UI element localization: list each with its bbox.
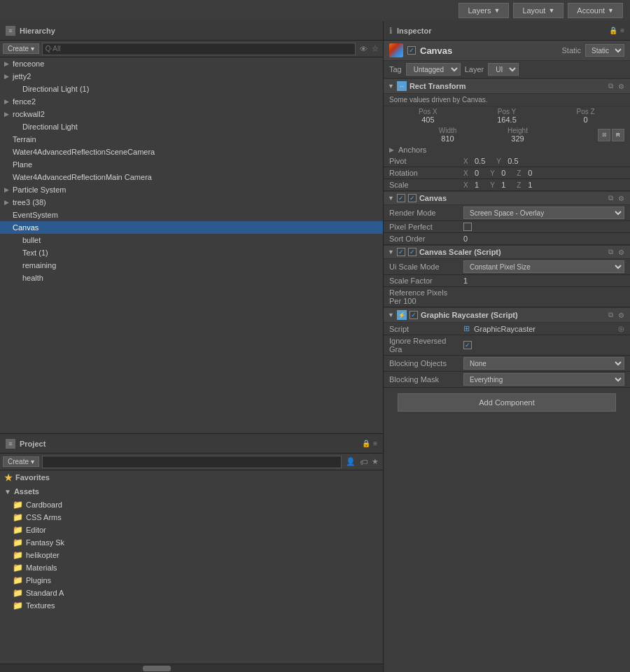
layers-label: Layers — [468, 6, 491, 15]
layers-button[interactable]: Layers ▼ — [458, 3, 509, 18]
project-scroll-thumb[interactable] — [143, 666, 171, 671]
main-layout: ≡ Hierarchy Create ▾ 👁 ☆ ▶ fenceone▶ jet… — [0, 21, 630, 672]
rect-transform-gear-icon[interactable]: ⚙ — [617, 82, 626, 90]
blocking-objects-dropdown[interactable]: None — [463, 357, 624, 370]
canvas-scaler-gear-icon[interactable]: ⚙ — [617, 248, 626, 256]
project-list[interactable]: ★ Favorites ▼ Assets 📁 Cardboard 📁 CSS A… — [0, 470, 383, 664]
script-target-icon[interactable]: ◎ — [618, 325, 624, 332]
graphic-raycaster-checkbox[interactable] — [410, 311, 418, 319]
blocking-mask-dropdown[interactable]: Everything — [463, 373, 624, 386]
project-folder-item[interactable]: 📁 Plugins — [0, 574, 383, 587]
r-button[interactable]: R — [612, 129, 624, 141]
hierarchy-list-item[interactable]: Text (1) — [0, 246, 383, 259]
hierarchy-list-item[interactable]: Plane — [0, 158, 383, 171]
ignore-reversed-label: Ignore Reversed Gra — [389, 337, 459, 354]
project-lock-icon[interactable]: 🔒 — [362, 440, 370, 447]
project-folder-item[interactable]: 📁 Materials — [0, 561, 383, 574]
project-menu-icon[interactable]: ≡ — [373, 440, 377, 447]
top-bar: Layers ▼ Layout ▼ Account ▼ — [0, 0, 630, 21]
inspector-lock-icon[interactable]: 🔒 — [609, 27, 617, 34]
hierarchy-list-item[interactable]: Terrain — [0, 133, 383, 146]
hierarchy-list-item[interactable]: bullet — [0, 234, 383, 246]
blocking-mask-row: Blocking Mask Everything — [384, 372, 630, 388]
object-icon — [389, 43, 403, 57]
graphic-raycaster-copy-icon[interactable]: ⧉ — [607, 311, 615, 319]
pivot-y-value: 0.5 — [507, 157, 518, 165]
canvas-section-header[interactable]: ▼ Canvas ⧉ ⚙ — [384, 191, 630, 205]
resize-icon[interactable]: ⊠ — [598, 129, 610, 141]
hierarchy-list-item[interactable]: ▶ tree3 (38) — [0, 196, 383, 209]
canvas-scaler-checkbox2[interactable] — [408, 248, 416, 256]
hierarchy-list-item[interactable]: remaining — [0, 259, 383, 272]
canvas-scaler-copy-icon[interactable]: ⧉ — [607, 248, 615, 256]
account-button[interactable]: Account ▼ — [568, 3, 623, 18]
hierarchy-list-item[interactable]: health — [0, 272, 383, 284]
static-dropdown[interactable]: Static — [585, 44, 624, 57]
canvas-checkbox2[interactable] — [408, 194, 416, 202]
blocking-objects-row: Blocking Objects None — [384, 356, 630, 372]
anchors-row[interactable]: ▶ Anchors — [384, 144, 630, 155]
hierarchy-list-item[interactable]: ▶ Particle System — [0, 183, 383, 196]
project-folder-item[interactable]: 📁 helikopter — [0, 549, 383, 561]
rect-transform-arrow-icon: ▼ — [388, 83, 394, 90]
graphic-raycaster-section-header[interactable]: ▼ ⚡ Graphic Raycaster (Script) ⧉ ⚙ — [384, 307, 630, 323]
hierarchy-list-item[interactable]: EventSystem — [0, 209, 383, 221]
project-search-input[interactable] — [42, 456, 342, 468]
ui-scale-mode-dropdown[interactable]: Constant Pixel Size — [463, 260, 624, 273]
hierarchy-icon: ≡ — [6, 26, 15, 36]
canvas-enabled-checkbox[interactable] — [397, 194, 405, 202]
hierarchy-eye-icon[interactable]: 👁 — [358, 44, 369, 53]
rect-transform-buttons: ⧉ ⚙ — [607, 82, 626, 90]
project-folder-item[interactable]: 📁 CSS Arms — [0, 511, 383, 524]
hierarchy-star-icon[interactable]: ☆ — [370, 44, 380, 53]
pivot-label: Pivot — [389, 157, 459, 165]
tag-label: Tag — [389, 65, 402, 74]
canvas-scaler-section-header[interactable]: ▼ Canvas Scaler (Script) ⧉ ⚙ — [384, 245, 630, 259]
ignore-reversed-checkbox[interactable] — [463, 341, 472, 349]
project-folder-item[interactable]: 📁 Cardboard — [0, 498, 383, 511]
project-tag-icon[interactable]: 🏷 — [358, 457, 369, 466]
hierarchy-list-item[interactable]: Water4AdvancedReflectionSceneCamera — [0, 146, 383, 158]
pos-xyz-row: Pos X 405 Pos Y 164.5 Pos Z 0 — [384, 106, 630, 125]
hierarchy-list-item[interactable]: Directional Light — [0, 120, 383, 133]
hierarchy-create-button[interactable]: Create ▾ — [3, 43, 39, 54]
pixel-perfect-label: Pixel Perfect — [389, 223, 459, 231]
hierarchy-list-item[interactable]: ▶ jetty2 — [0, 70, 383, 83]
hierarchy-list-item[interactable]: Directional Light (1) — [0, 83, 383, 95]
project-folder-item[interactable]: 📁 Editor — [0, 524, 383, 536]
project-star-fav-icon[interactable]: ★ — [370, 457, 380, 466]
hierarchy-title: Hierarchy — [20, 27, 55, 35]
hierarchy-list-item[interactable]: ▶ rockwall2 — [0, 108, 383, 120]
assets-section[interactable]: ▼ Assets — [0, 484, 383, 498]
tag-dropdown[interactable]: Untagged — [406, 63, 461, 76]
add-component-button[interactable]: Add Component — [398, 393, 616, 412]
project-create-button[interactable]: Create ▾ — [3, 456, 39, 467]
pixel-perfect-checkbox[interactable] — [463, 223, 472, 231]
layout-button[interactable]: Layout ▼ — [513, 3, 564, 18]
project-folder-item[interactable]: 📁 Textures — [0, 599, 383, 612]
layer-dropdown[interactable]: UI — [488, 63, 519, 76]
assets-label: Assets — [14, 487, 39, 496]
graphic-raycaster-gear-icon[interactable]: ⚙ — [617, 311, 626, 319]
project-scrollbar[interactable] — [0, 664, 383, 672]
object-enabled-checkbox[interactable] — [407, 46, 416, 55]
canvas-scaler-enabled-checkbox[interactable] — [397, 248, 405, 256]
hierarchy-list-item[interactable]: ▶ fence2 — [0, 95, 383, 108]
hierarchy-item-label: tree3 (38) — [13, 198, 46, 206]
favorites-section[interactable]: ★ Favorites — [0, 470, 383, 484]
project-person-icon[interactable]: 👤 — [344, 457, 357, 466]
hierarchy-list-item[interactable]: Canvas — [0, 221, 383, 234]
hierarchy-list[interactable]: ▶ fenceone▶ jetty2 Directional Light (1)… — [0, 57, 383, 433]
render-mode-dropdown[interactable]: Screen Space - Overlay — [463, 206, 624, 219]
inspector-menu-icon[interactable]: ≡ — [620, 27, 624, 34]
rect-transform-copy-icon[interactable]: ⧉ — [607, 82, 615, 90]
project-folder-item[interactable]: 📁 Fantasy Sk — [0, 536, 383, 549]
inspector-info-icon: ℹ — [389, 26, 393, 36]
project-folder-item[interactable]: 📁 Standard A — [0, 587, 383, 599]
canvas-gear-icon[interactable]: ⚙ — [617, 194, 626, 202]
hierarchy-list-item[interactable]: ▶ fenceone — [0, 57, 383, 70]
canvas-copy-icon[interactable]: ⧉ — [607, 194, 615, 202]
rect-transform-section-header[interactable]: ▼ ↔ Rect Transform ⧉ ⚙ — [384, 78, 630, 94]
hierarchy-search-input[interactable] — [42, 43, 356, 55]
hierarchy-list-item[interactable]: Water4AdvancedReflectionMain Camera — [0, 171, 383, 183]
